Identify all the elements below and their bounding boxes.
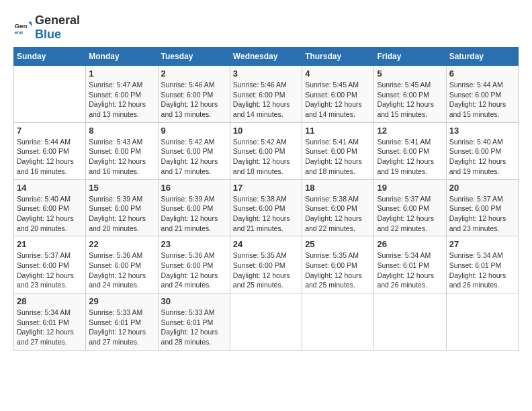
day-info: Sunrise: 5:39 AM Sunset: 6:00 PM Dayligh… xyxy=(161,194,227,234)
day-info: Sunrise: 5:35 AM Sunset: 6:00 PM Dayligh… xyxy=(305,250,371,290)
day-info: Sunrise: 5:37 AM Sunset: 6:00 PM Dayligh… xyxy=(377,194,443,234)
day-info: Sunrise: 5:42 AM Sunset: 6:00 PM Dayligh… xyxy=(161,137,227,177)
day-number: 14 xyxy=(17,183,83,193)
day-cell xyxy=(446,293,518,351)
day-cell: 1Sunrise: 5:47 AM Sunset: 6:00 PM Daylig… xyxy=(86,66,158,123)
header-row: SundayMondayTuesdayWednesdayThursdayFrid… xyxy=(14,48,519,66)
day-info: Sunrise: 5:43 AM Sunset: 6:00 PM Dayligh… xyxy=(89,137,154,177)
day-info: Sunrise: 5:38 AM Sunset: 6:00 PM Dayligh… xyxy=(305,194,371,234)
day-info: Sunrise: 5:37 AM Sunset: 6:00 PM Dayligh… xyxy=(17,250,83,290)
day-info: Sunrise: 5:39 AM Sunset: 6:00 PM Dayligh… xyxy=(89,194,154,234)
day-number: 19 xyxy=(377,183,443,193)
day-cell xyxy=(374,293,446,351)
day-number: 4 xyxy=(305,68,371,79)
day-cell: 22Sunrise: 5:36 AM Sunset: 6:00 PM Dayli… xyxy=(86,236,158,293)
day-info: Sunrise: 5:33 AM Sunset: 6:01 PM Dayligh… xyxy=(161,308,227,347)
day-cell: 27Sunrise: 5:34 AM Sunset: 6:01 PM Dayli… xyxy=(446,236,518,293)
week-row-3: 14Sunrise: 5:40 AM Sunset: 6:00 PM Dayli… xyxy=(14,179,519,236)
day-number: 20 xyxy=(449,183,515,193)
day-info: Sunrise: 5:36 AM Sunset: 6:00 PM Dayligh… xyxy=(89,250,154,290)
day-cell: 26Sunrise: 5:34 AM Sunset: 6:01 PM Dayli… xyxy=(374,236,446,293)
day-cell xyxy=(230,293,302,351)
day-cell xyxy=(302,293,374,351)
day-cell: 2Sunrise: 5:46 AM Sunset: 6:00 PM Daylig… xyxy=(158,66,230,123)
day-cell: 16Sunrise: 5:39 AM Sunset: 6:00 PM Dayli… xyxy=(158,179,230,236)
header-cell-wednesday: Wednesday xyxy=(230,48,302,66)
day-cell: 18Sunrise: 5:38 AM Sunset: 6:00 PM Dayli… xyxy=(302,179,374,236)
day-number: 29 xyxy=(89,296,154,306)
day-number: 9 xyxy=(161,126,227,136)
day-number: 1 xyxy=(89,68,154,79)
day-number: 23 xyxy=(161,239,227,249)
day-info: Sunrise: 5:37 AM Sunset: 6:00 PM Dayligh… xyxy=(449,194,515,234)
svg-text:eral: eral xyxy=(14,30,23,35)
day-cell: 4Sunrise: 5:45 AM Sunset: 6:00 PM Daylig… xyxy=(302,66,374,123)
day-number: 15 xyxy=(89,183,154,193)
day-number: 11 xyxy=(305,126,371,136)
day-info: Sunrise: 5:42 AM Sunset: 6:00 PM Dayligh… xyxy=(233,137,299,177)
day-number: 30 xyxy=(161,296,227,306)
day-info: Sunrise: 5:46 AM Sunset: 6:00 PM Dayligh… xyxy=(161,80,227,120)
day-number: 28 xyxy=(17,296,83,306)
svg-marker-2 xyxy=(28,22,32,27)
day-number: 13 xyxy=(449,126,515,136)
day-number: 12 xyxy=(377,126,443,136)
day-number: 16 xyxy=(161,183,227,193)
day-number: 3 xyxy=(233,68,299,79)
day-cell: 24Sunrise: 5:35 AM Sunset: 6:00 PM Dayli… xyxy=(230,236,302,293)
day-info: Sunrise: 5:44 AM Sunset: 6:00 PM Dayligh… xyxy=(17,137,83,177)
day-cell: 21Sunrise: 5:37 AM Sunset: 6:00 PM Dayli… xyxy=(14,236,86,293)
day-info: Sunrise: 5:36 AM Sunset: 6:00 PM Dayligh… xyxy=(161,250,227,290)
page-header: Gen eral GeneralBlue xyxy=(13,13,519,42)
day-cell: 6Sunrise: 5:44 AM Sunset: 6:00 PM Daylig… xyxy=(446,66,518,123)
header-cell-friday: Friday xyxy=(374,48,446,66)
day-cell: 29Sunrise: 5:33 AM Sunset: 6:01 PM Dayli… xyxy=(86,293,158,351)
week-row-5: 28Sunrise: 5:34 AM Sunset: 6:01 PM Dayli… xyxy=(14,293,519,351)
day-info: Sunrise: 5:45 AM Sunset: 6:00 PM Dayligh… xyxy=(305,80,371,120)
calendar-body: 1Sunrise: 5:47 AM Sunset: 6:00 PM Daylig… xyxy=(14,66,519,351)
svg-text:Gen: Gen xyxy=(14,22,27,30)
day-cell: 19Sunrise: 5:37 AM Sunset: 6:00 PM Dayli… xyxy=(374,179,446,236)
header-cell-sunday: Sunday xyxy=(14,48,86,66)
day-info: Sunrise: 5:45 AM Sunset: 6:00 PM Dayligh… xyxy=(377,80,443,120)
day-cell xyxy=(14,66,86,123)
day-info: Sunrise: 5:47 AM Sunset: 6:00 PM Dayligh… xyxy=(89,80,154,120)
day-number: 25 xyxy=(305,239,371,249)
day-number: 17 xyxy=(233,183,299,193)
day-number: 2 xyxy=(161,68,227,79)
week-row-1: 1Sunrise: 5:47 AM Sunset: 6:00 PM Daylig… xyxy=(14,66,519,123)
day-info: Sunrise: 5:41 AM Sunset: 6:00 PM Dayligh… xyxy=(305,137,371,177)
header-cell-saturday: Saturday xyxy=(446,48,518,66)
header-cell-monday: Monday xyxy=(86,48,158,66)
day-number: 7 xyxy=(17,126,83,136)
day-cell: 13Sunrise: 5:40 AM Sunset: 6:00 PM Dayli… xyxy=(446,122,518,179)
day-cell: 3Sunrise: 5:46 AM Sunset: 6:00 PM Daylig… xyxy=(230,66,302,123)
day-cell: 5Sunrise: 5:45 AM Sunset: 6:00 PM Daylig… xyxy=(374,66,446,123)
day-number: 5 xyxy=(377,68,443,79)
day-info: Sunrise: 5:35 AM Sunset: 6:00 PM Dayligh… xyxy=(233,250,299,290)
day-cell: 23Sunrise: 5:36 AM Sunset: 6:00 PM Dayli… xyxy=(158,236,230,293)
day-cell: 17Sunrise: 5:38 AM Sunset: 6:00 PM Dayli… xyxy=(230,179,302,236)
day-cell: 14Sunrise: 5:40 AM Sunset: 6:00 PM Dayli… xyxy=(14,179,86,236)
week-row-4: 21Sunrise: 5:37 AM Sunset: 6:00 PM Dayli… xyxy=(14,236,519,293)
day-info: Sunrise: 5:33 AM Sunset: 6:01 PM Dayligh… xyxy=(89,308,154,347)
day-cell: 28Sunrise: 5:34 AM Sunset: 6:01 PM Dayli… xyxy=(14,293,86,351)
day-cell: 12Sunrise: 5:41 AM Sunset: 6:00 PM Dayli… xyxy=(374,122,446,179)
day-cell: 8Sunrise: 5:43 AM Sunset: 6:00 PM Daylig… xyxy=(86,122,158,179)
header-cell-tuesday: Tuesday xyxy=(158,48,230,66)
calendar-header: SundayMondayTuesdayWednesdayThursdayFrid… xyxy=(14,48,519,66)
day-number: 18 xyxy=(305,183,371,193)
day-number: 8 xyxy=(89,126,154,136)
day-info: Sunrise: 5:34 AM Sunset: 6:01 PM Dayligh… xyxy=(17,308,83,347)
day-info: Sunrise: 5:40 AM Sunset: 6:00 PM Dayligh… xyxy=(17,194,83,234)
day-cell: 9Sunrise: 5:42 AM Sunset: 6:00 PM Daylig… xyxy=(158,122,230,179)
day-number: 10 xyxy=(233,126,299,136)
day-info: Sunrise: 5:38 AM Sunset: 6:00 PM Dayligh… xyxy=(233,194,299,234)
day-cell: 20Sunrise: 5:37 AM Sunset: 6:00 PM Dayli… xyxy=(446,179,518,236)
week-row-2: 7Sunrise: 5:44 AM Sunset: 6:00 PM Daylig… xyxy=(14,122,519,179)
day-info: Sunrise: 5:41 AM Sunset: 6:00 PM Dayligh… xyxy=(377,137,443,177)
day-cell: 10Sunrise: 5:42 AM Sunset: 6:00 PM Dayli… xyxy=(230,122,302,179)
logo-icon: Gen eral xyxy=(13,18,32,37)
day-number: 24 xyxy=(233,239,299,249)
day-cell: 15Sunrise: 5:39 AM Sunset: 6:00 PM Dayli… xyxy=(86,179,158,236)
